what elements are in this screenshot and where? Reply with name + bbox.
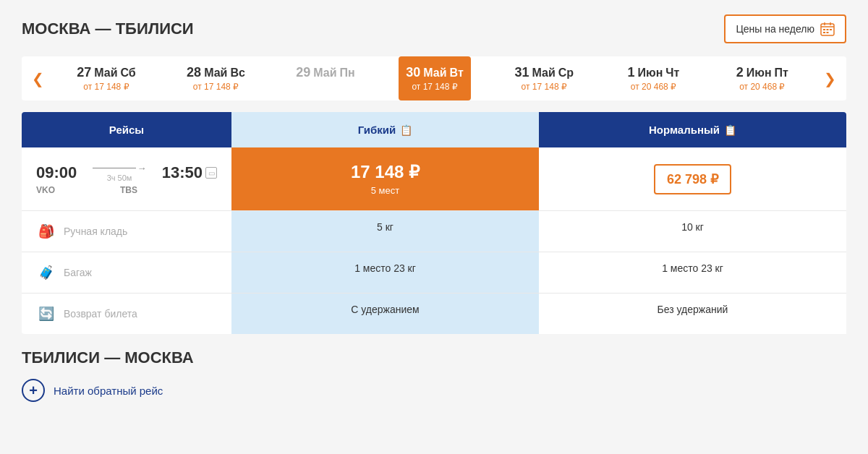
arr-airport: TBS	[120, 185, 137, 195]
tab-normal[interactable]: Нормальный 📋	[539, 112, 846, 147]
prev-date-button[interactable]: ❮	[25, 61, 51, 96]
day-num: 29	[296, 65, 310, 80]
feature-val-flexible-0: 5 кг	[231, 211, 539, 252]
weekday: Сб	[120, 67, 135, 80]
day-num: 1	[627, 65, 634, 80]
flexible-seats: 5 мест	[371, 185, 399, 196]
day-num: 31	[514, 65, 529, 80]
date-item-0[interactable]: 27 Май Сб от 17 148 ₽	[69, 56, 143, 100]
weekday: Пт	[775, 67, 788, 80]
flight-duration: 3ч 50м	[107, 174, 132, 182]
date-item-6[interactable]: 2 Июн Пт от 20 468 ₽	[726, 56, 799, 100]
feature-row-0: 🎒 Ручная кладь 5 кг 10 кг	[22, 210, 846, 252]
day-num: 30	[406, 65, 420, 80]
feature-name-1: Багаж	[64, 267, 92, 278]
date-item-4[interactable]: 31 Май Ср от 17 148 ₽	[507, 56, 581, 100]
add-return-button[interactable]: + Найти обратный рейс	[22, 379, 846, 402]
date-items: 27 Май Сб от 17 148 ₽ 28 Май Вс от 17 14…	[51, 56, 817, 100]
return-section: ТБИЛИСИ — МОСКВА + Найти обратный рейс	[22, 348, 846, 402]
date-price: от 17 148 ₽	[412, 82, 457, 92]
feature-label-1: 🧳 Багаж	[22, 252, 231, 293]
weekday: Вт	[450, 67, 464, 80]
weekday: Чт	[665, 67, 679, 80]
weekday: Пн	[340, 67, 355, 80]
price-cell-flexible[interactable]: 17 148 ₽ 5 мест	[231, 147, 539, 210]
flight-section: Рейсы Гибкий 📋 Нормальный 📋 09:00 →	[22, 112, 846, 334]
month: Май	[423, 67, 446, 80]
date-price: от 20 468 ₽	[739, 82, 785, 92]
feature-icon-0: 🎒	[36, 221, 56, 241]
arrival-time: 13:50	[162, 163, 203, 182]
weekday: Вс	[230, 67, 244, 80]
feature-val-flexible-1: 1 место 23 кг	[231, 252, 539, 293]
date-price: от 20 468 ₽	[631, 82, 676, 92]
feature-name-2: Возврат билета	[64, 308, 137, 320]
svg-rect-7	[823, 32, 825, 33]
date-item-1[interactable]: 28 Май Вс от 17 148 ₽	[179, 56, 252, 100]
day-num: 2	[736, 65, 744, 80]
add-return-label: Найти обратный рейс	[54, 385, 163, 397]
flight-row: 09:00 → 3ч 50м 13:50 ▭ VKO	[22, 147, 846, 210]
svg-rect-4	[823, 29, 825, 30]
day-num: 27	[77, 65, 91, 80]
feature-val-normal-0: 10 кг	[539, 211, 846, 252]
flexible-price: 17 148 ₽	[351, 162, 420, 182]
next-date-button[interactable]: ❯	[817, 61, 843, 96]
plus-icon: +	[22, 379, 45, 402]
feature-icon-2: 🔄	[36, 304, 56, 324]
weekday: Ср	[558, 67, 574, 80]
month: Май	[313, 67, 336, 80]
flight-arrow-line: → 3ч 50м	[84, 163, 154, 182]
month: Май	[94, 67, 117, 80]
date-price: от 17 148 ₽	[193, 82, 239, 92]
feature-val-normal-2: Без удержаний	[539, 294, 846, 334]
route-header: МОСКВА — ТБИЛИСИ Цены на неделю	[22, 14, 846, 43]
day-num: 28	[187, 65, 201, 80]
date-item-2[interactable]: 29 Май Пн	[289, 56, 362, 100]
flight-times: 09:00 → 3ч 50м 13:50 ▭	[36, 163, 217, 182]
svg-rect-8	[827, 32, 829, 33]
calendar-icon	[820, 22, 835, 36]
info-icon[interactable]: ▭	[205, 167, 217, 179]
route-title: МОСКВА — ТБИЛИСИ	[22, 20, 194, 38]
date-item-3[interactable]: 30 Май Вт от 17 148 ₽	[399, 56, 471, 100]
tabs-row: Рейсы Гибкий 📋 Нормальный 📋	[22, 112, 846, 147]
month: Июн	[746, 67, 772, 80]
tab-flexible[interactable]: Гибкий 📋	[231, 112, 539, 147]
flight-info: 09:00 → 3ч 50м 13:50 ▭ VKO	[22, 147, 231, 210]
normal-icon: 📋	[724, 124, 736, 136]
month: Июн	[637, 67, 663, 80]
svg-rect-6	[830, 29, 832, 30]
week-price-button[interactable]: Цены на неделю	[724, 14, 846, 43]
flexible-icon: 📋	[400, 124, 412, 136]
date-price: от 17 148 ₽	[522, 82, 567, 92]
feature-label-0: 🎒 Ручная кладь	[22, 211, 231, 252]
feature-val-normal-1: 1 место 23 кг	[539, 252, 846, 293]
feature-label-2: 🔄 Возврат билета	[22, 294, 231, 334]
tab-flights: Рейсы	[22, 112, 231, 147]
month: Май	[532, 67, 555, 80]
airport-row: VKO TBS	[36, 185, 217, 195]
feature-val-flexible-2: С удержанием	[231, 294, 539, 334]
date-strip: ❮ 27 Май Сб от 17 148 ₽ 28 Май Вс от 17 …	[22, 56, 846, 100]
date-price: от 17 148 ₽	[83, 82, 129, 92]
feature-name-0: Ручная кладь	[64, 226, 127, 237]
month: Май	[204, 67, 227, 80]
feature-row-1: 🧳 Багаж 1 место 23 кг 1 место 23 кг	[22, 252, 846, 293]
return-title: ТБИЛИСИ — МОСКВА	[22, 348, 846, 367]
feature-icon-1: 🧳	[36, 262, 56, 283]
svg-rect-5	[827, 29, 829, 30]
page-container: МОСКВА — ТБИЛИСИ Цены на неделю ❮ 27 Май	[22, 14, 846, 402]
feature-row-2: 🔄 Возврат билета С удержанием Без удержа…	[22, 293, 846, 334]
price-cell-normal[interactable]: 62 798 ₽	[539, 147, 846, 210]
departure-time: 09:00	[36, 163, 77, 182]
date-item-5[interactable]: 1 Июн Чт от 20 468 ₽	[617, 56, 689, 100]
feature-rows: 🎒 Ручная кладь 5 кг 10 кг 🧳 Багаж 1 мест…	[22, 210, 846, 334]
dep-airport: VKO	[36, 185, 55, 195]
normal-price: 62 798 ₽	[654, 164, 731, 194]
week-price-label: Цены на неделю	[736, 23, 814, 35]
